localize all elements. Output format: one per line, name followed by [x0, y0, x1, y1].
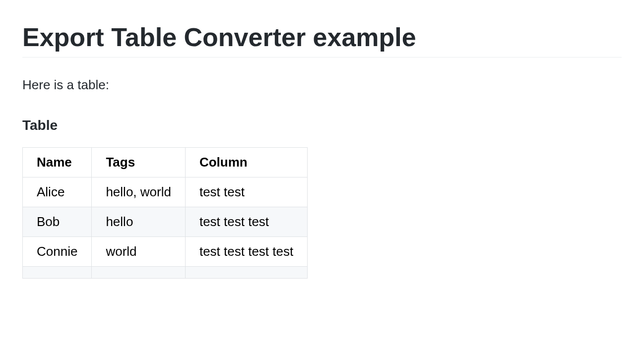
- table-header-name: Name: [23, 148, 92, 177]
- table-header-row: Name Tags Column: [23, 148, 308, 177]
- table-cell: [92, 267, 186, 279]
- table-cell: test test test test: [185, 237, 307, 267]
- table-row: Bob hello test test test: [23, 207, 308, 237]
- table-cell: [23, 267, 92, 279]
- table-cell: Bob: [23, 207, 92, 237]
- table-cell: world: [92, 237, 186, 267]
- intro-text: Here is a table:: [22, 77, 622, 93]
- table-cell: Connie: [23, 237, 92, 267]
- page-title: Export Table Converter example: [22, 22, 622, 58]
- table-heading: Table: [22, 117, 622, 133]
- table-row: [23, 267, 308, 279]
- table-row: Connie world test test test test: [23, 237, 308, 267]
- table-header-column: Column: [185, 148, 307, 177]
- table-cell: Alice: [23, 177, 92, 207]
- table-row: Alice hello, world test test: [23, 177, 308, 207]
- table-header-tags: Tags: [92, 148, 186, 177]
- data-table: Name Tags Column Alice hello, world test…: [22, 147, 308, 279]
- table-cell: [185, 267, 307, 279]
- table-cell: hello, world: [92, 177, 186, 207]
- table-cell: hello: [92, 207, 186, 237]
- table-cell: test test test: [185, 207, 307, 237]
- table-cell: test test: [185, 177, 307, 207]
